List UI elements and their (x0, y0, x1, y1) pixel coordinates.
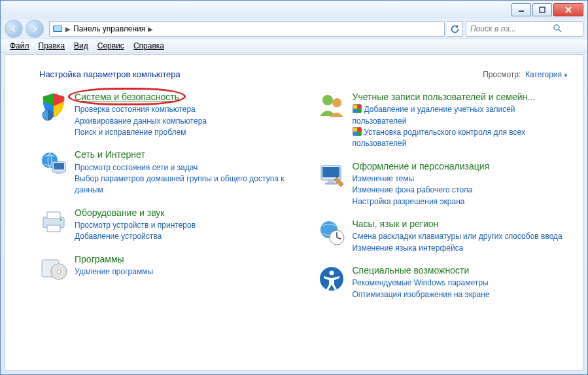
category-appearance: Оформление и персонализация Изменение те… (317, 160, 569, 207)
category-hardware-sound: Оборудование и звук Просмотр устройств и… (39, 207, 291, 243)
svg-rect-25 (328, 180, 334, 183)
menu-help[interactable]: Справка (130, 40, 168, 52)
task-backup[interactable]: Архивирование данных компьютера (75, 116, 207, 127)
task-optimize-display[interactable]: Оптимизация изображения на экране (353, 289, 490, 300)
menu-view[interactable]: Вид (70, 40, 92, 52)
content-pane: Настройка параметров компьютера Просмотр… (5, 54, 583, 370)
svg-rect-26 (325, 183, 337, 185)
search-icon (553, 24, 562, 35)
breadcrumb-separator-icon: ▶ (148, 26, 153, 33)
category-title-network[interactable]: Сеть и Интернет (75, 149, 291, 160)
left-column: Система и безопасность Проверка состояни… (39, 91, 291, 311)
people-icon (317, 91, 346, 120)
close-button[interactable] (553, 3, 583, 16)
titlebar (1, 1, 587, 19)
search-input[interactable] (469, 24, 550, 34)
shield-icon (39, 91, 68, 120)
ease-of-access-icon (317, 264, 346, 293)
right-column: Учетные записи пользователей и семейн...… (317, 91, 569, 311)
navbar: ▶ Панель управления ▶ (1, 19, 587, 39)
svg-rect-14 (47, 212, 60, 219)
breadcrumb-root[interactable]: Панель управления (73, 24, 145, 33)
category-network-internet: Сеть и Интернет Просмотр состояния сети … (39, 149, 291, 196)
address-bar[interactable]: ▶ Панель управления ▶ (49, 21, 445, 37)
menu-tools[interactable]: Сервис (94, 40, 128, 52)
search-box[interactable] (466, 21, 583, 37)
network-globe-icon (39, 149, 68, 177)
printer-icon (39, 207, 68, 236)
category-clock-language-region: Часы, язык и регион Смена раскладки клав… (317, 218, 569, 254)
task-change-theme[interactable]: Изменение темы (353, 173, 490, 185)
maximize-button[interactable] (532, 3, 552, 16)
task-recommended-settings[interactable]: Рекомендуемые Windows параметры (353, 277, 490, 289)
view-by: Просмотр: Категория▼ (483, 70, 568, 79)
task-network-status[interactable]: Просмотр состояния сети и задач (75, 162, 291, 173)
category-title-programs[interactable]: Программы (75, 253, 153, 265)
svg-point-20 (57, 270, 61, 274)
category-system-security: Система и безопасность Проверка состояни… (39, 91, 291, 138)
category-title-system-security[interactable]: Система и безопасность (75, 91, 179, 103)
task-keyboard-layout[interactable]: Смена раскладки клавиатуры или других сп… (353, 231, 562, 242)
category-title-hardware[interactable]: Оборудование и звук (75, 207, 196, 219)
view-by-dropdown[interactable]: Категория▼ (525, 70, 568, 79)
svg-rect-15 (47, 225, 60, 232)
clock-globe-icon (317, 218, 346, 247)
task-display-language[interactable]: Изменение языка интерфейса (353, 243, 562, 254)
monitor-personalize-icon (317, 160, 346, 189)
task-change-wallpaper[interactable]: Изменение фона рабочего стола (353, 185, 490, 196)
svg-point-6 (554, 25, 559, 30)
forward-button[interactable] (26, 20, 44, 38)
category-title-clock[interactable]: Часы, язык и регион (353, 218, 562, 230)
svg-rect-11 (54, 163, 64, 170)
task-uninstall[interactable]: Удаление программы (75, 266, 153, 277)
category-title-users[interactable]: Учетные записи пользователей и семейн... (353, 91, 569, 103)
menu-file[interactable]: Файл (6, 40, 33, 52)
task-screen-resolution[interactable]: Настройка разрешения экрана (353, 196, 490, 207)
menu-edit[interactable]: Правка (35, 40, 69, 52)
menubar: Файл Правка Вид Сервис Справка (1, 39, 587, 53)
control-panel-window: ▶ Панель управления ▶ Файл Правка Вид Се… (0, 0, 588, 375)
task-parental-controls[interactable]: Установка родительского контроля для все… (353, 127, 569, 150)
svg-point-32 (329, 271, 334, 276)
task-add-remove-accounts[interactable]: Добавление и удаление учетных записей по… (353, 104, 569, 127)
svg-rect-1 (540, 7, 545, 12)
task-troubleshoot[interactable]: Поиск и исправление проблем (75, 127, 207, 138)
category-user-accounts: Учетные записи пользователей и семейн...… (317, 91, 569, 150)
refresh-button[interactable] (447, 21, 463, 37)
category-programs: Программы Удаление программы (39, 253, 291, 282)
back-button[interactable] (5, 20, 23, 38)
task-devices-printers[interactable]: Просмотр устройств и принтеров (75, 220, 196, 231)
category-ease-of-access: Специальные возможности Рекомендуемые Wi… (317, 264, 569, 300)
svg-rect-24 (322, 167, 339, 177)
task-check-status[interactable]: Проверка состояния компьютера (75, 104, 207, 115)
breadcrumb-separator-icon: ▶ (65, 26, 71, 33)
svg-point-16 (60, 219, 62, 221)
control-panel-icon (52, 24, 63, 34)
page-title: Настройка параметров компьютера (39, 69, 181, 79)
svg-line-7 (559, 29, 561, 32)
programs-disc-icon (39, 253, 68, 282)
category-title-appearance[interactable]: Оформление и персонализация (353, 160, 490, 172)
category-title-ease[interactable]: Специальные возможности (353, 264, 490, 276)
svg-rect-5 (54, 26, 61, 31)
view-by-label: Просмотр: (483, 70, 521, 79)
svg-point-21 (322, 95, 333, 105)
svg-rect-12 (56, 172, 61, 174)
task-homegroup[interactable]: Выбор параметров домашней группы и общег… (75, 173, 291, 196)
minimize-button[interactable] (511, 3, 531, 16)
svg-point-22 (332, 98, 341, 107)
chevron-down-icon: ▼ (563, 73, 568, 79)
task-add-device[interactable]: Добавление устройства (75, 231, 196, 242)
